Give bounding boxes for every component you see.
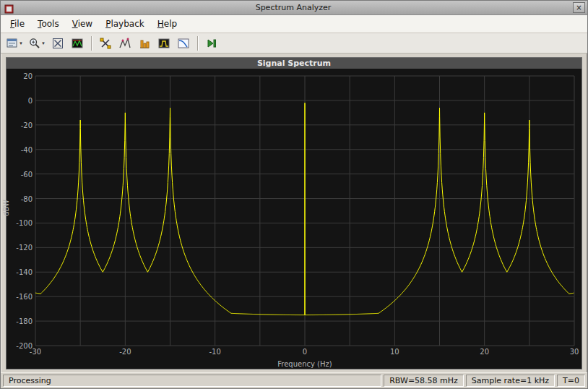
- status-text: Processing: [3, 375, 381, 387]
- y-tick-label: 20: [23, 72, 33, 80]
- y-tick-label: -140: [16, 268, 33, 276]
- y-axis-label: dBW: [2, 200, 10, 216]
- menu-view[interactable]: View: [66, 17, 99, 31]
- y-tick-label: -180: [16, 317, 33, 325]
- close-button[interactable]: ×: [573, 2, 585, 13]
- x-tick-label: -10: [209, 348, 220, 356]
- menu-tools[interactable]: Tools: [31, 17, 66, 31]
- x-tick-label: 20: [480, 348, 489, 356]
- y-tick-label: -40: [21, 145, 33, 153]
- y-tick-label: -20: [21, 121, 33, 129]
- x-tick-label: -20: [119, 348, 131, 356]
- y-tick-label: -200: [16, 342, 33, 350]
- titlebar: Spectrum Analyzer ×: [1, 1, 587, 15]
- plot-region: Signal Spectrum -30-20-100102030200-20-4…: [1, 54, 587, 372]
- cursor-measurements-button[interactable]: [97, 35, 115, 51]
- y-tick-label: 0: [28, 96, 33, 104]
- x-tick-label: 30: [570, 348, 579, 356]
- zoom-button[interactable]: ▼: [27, 35, 48, 51]
- toolbar-separator: [91, 36, 92, 51]
- distortion-measurements-button[interactable]: [136, 35, 154, 51]
- menu-file[interactable]: File: [4, 17, 31, 31]
- y-tick-label: -120: [16, 244, 33, 252]
- y-tick-label: -100: [16, 219, 33, 227]
- y-tick-label: -60: [21, 170, 33, 178]
- x-axis-label: Frequency (Hz): [7, 360, 581, 368]
- status-segment: Sample rate=1 kHz: [466, 375, 555, 387]
- fit-to-view-button[interactable]: [49, 35, 67, 51]
- dropdown-arrow-icon: ▼: [41, 41, 46, 46]
- y-tick-label: -80: [21, 194, 33, 202]
- status-segment: RBW=58.58 mHz: [384, 375, 464, 387]
- spectrum-plot[interactable]: -30-20-100102030200-20-40-60-80-100-120-…: [7, 69, 581, 369]
- x-tick-label: 10: [390, 348, 399, 356]
- scope-configuration-button[interactable]: ▼: [4, 35, 25, 51]
- window-title: Spectrum Analyzer: [14, 3, 573, 12]
- plot-widget: Signal Spectrum -30-20-100102030200-20-4…: [6, 57, 582, 369]
- spectrum-settings-button[interactable]: [69, 35, 87, 51]
- menubar: FileToolsViewPlaybackHelp: [1, 15, 587, 33]
- status-segments: RBW=58.58 mHzSample rate=1 kHzT=0: [384, 375, 585, 387]
- spectrum-trace-svg: [7, 69, 581, 369]
- window-icon: [4, 3, 14, 12]
- spectrum-analyzer-window: Spectrum Analyzer × FileToolsViewPlaybac…: [0, 0, 588, 389]
- status-segment: T=0: [557, 375, 585, 387]
- ccdf-measurements-button[interactable]: [175, 35, 193, 51]
- peak-finder-button[interactable]: [116, 35, 134, 51]
- spectral-mask-button[interactable]: [155, 35, 173, 51]
- statusbar: Processing RBW=58.58 mHzSample rate=1 kH…: [1, 372, 587, 388]
- x-tick-label: 0: [303, 348, 307, 356]
- step-forward-button[interactable]: [203, 35, 221, 51]
- menu-playback[interactable]: Playback: [99, 17, 151, 31]
- y-tick-label: -160: [16, 293, 33, 301]
- toolbar: ▼ ▼: [1, 33, 587, 54]
- menu-help[interactable]: Help: [151, 17, 183, 31]
- plot-title: Signal Spectrum: [7, 58, 581, 69]
- toolbar-separator: [197, 36, 199, 51]
- dropdown-arrow-icon: ▼: [19, 41, 23, 46]
